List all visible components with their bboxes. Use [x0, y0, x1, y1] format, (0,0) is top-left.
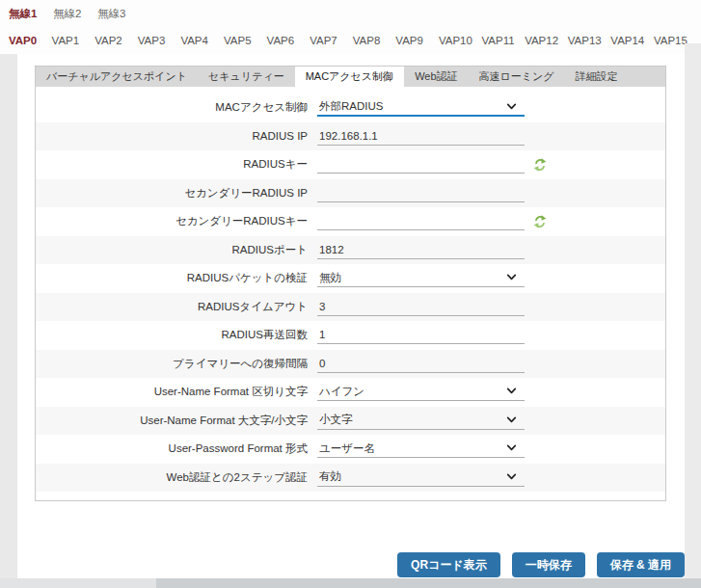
form-row: プライマリーへの復帰間隔 0: [36, 350, 665, 379]
settings-tab-2[interactable]: MACアクセス制御: [295, 67, 404, 87]
vap-tab-row: VAP0VAP1VAP2VAP3VAP4VAP5VAP6VAP7VAP8VAP9…: [0, 27, 701, 54]
settings-form: MACアクセス制御 外部RADIUS RADIUS IP 192.168.1.1: [36, 87, 665, 492]
field-label: RADIUSパケットの検証: [36, 271, 317, 285]
chevron-down-icon: [506, 269, 517, 286]
field-value: 1: [317, 329, 325, 340]
refresh-icon[interactable]: [533, 215, 547, 228]
field-value: 192.168.1.1: [317, 130, 378, 142]
settings-tab-bar: バーチャルアクセスポイントセキュリティーMACアクセス制御Web認証高速ローミン…: [36, 67, 665, 87]
form-row: RADIUSタイムアウト 3: [36, 293, 665, 322]
vap-tab-3[interactable]: VAP3: [138, 35, 181, 46]
field-value: ハイフン: [317, 385, 364, 399]
field-label: プライマリーへの復帰間隔: [36, 357, 317, 371]
wireless-tab-3[interactable]: 無線3: [97, 7, 142, 21]
chevron-down-icon: [506, 440, 517, 457]
horizontal-scrollbar[interactable]: [0, 578, 701, 588]
field-label: User-Name Format 区切り文字: [36, 385, 317, 399]
top-tabs-area: 無線1無線2無線3 VAP0VAP1VAP2VAP3VAP4VAP5VAP6VA…: [0, 0, 701, 54]
select-field[interactable]: 無効: [317, 269, 525, 287]
vap-tab-1[interactable]: VAP1: [52, 35, 95, 46]
text-field[interactable]: 192.168.1.1: [317, 127, 525, 146]
vap-tab-12[interactable]: VAP12: [525, 35, 568, 46]
action-button-bar: QRコード表示一時保存保存 & 適用: [397, 552, 685, 577]
field-label: RADIUS再送回数: [36, 328, 317, 342]
form-row: セカンダリーRADIUS IP: [36, 179, 665, 208]
field-label: MACアクセス制御: [36, 100, 317, 115]
settings-tab-3[interactable]: Web認証: [404, 67, 468, 87]
text-field[interactable]: [317, 155, 525, 174]
field-label: RADIUSポート: [36, 243, 317, 257]
field-label: セカンダリーRADIUS IP: [36, 186, 317, 200]
qr-code-button[interactable]: QRコード表示: [397, 552, 500, 577]
form-row: User-Name Format 区切り文字 ハイフン: [36, 378, 665, 407]
field-label: Web認証との2ステップ認証: [36, 470, 317, 485]
field-value: 小文字: [317, 413, 353, 427]
settings-tab-1[interactable]: セキュリティー: [198, 67, 295, 87]
vap-tab-14[interactable]: VAP14: [610, 35, 654, 46]
text-field[interactable]: 1812: [317, 241, 525, 259]
save-apply-button[interactable]: 保存 & 適用: [597, 552, 685, 577]
text-field[interactable]: 3: [317, 298, 525, 316]
field-label: User-Password Format 形式: [36, 441, 317, 456]
field-label: RADIUSキー: [36, 157, 317, 172]
vap-tab-13[interactable]: VAP13: [568, 35, 611, 46]
vap-tab-5[interactable]: VAP5: [224, 35, 267, 46]
wireless-tab-row: 無線1無線2無線3: [0, 0, 701, 27]
temp-save-button[interactable]: 一時保存: [512, 552, 585, 577]
form-row: セカンダリーRADIUSキー: [36, 207, 665, 236]
select-field[interactable]: 有効: [317, 468, 525, 487]
form-row: RADIUSポート 1812: [36, 236, 665, 265]
chevron-down-icon: [506, 383, 517, 400]
vap-tab-9[interactable]: VAP9: [395, 35, 439, 46]
form-row: RADIUS IP 192.168.1.1: [36, 122, 665, 151]
wireless-tab-2[interactable]: 無線2: [53, 7, 97, 21]
vap-tab-8[interactable]: VAP8: [353, 35, 396, 46]
form-row: Web認証との2ステップ認証 有効: [36, 464, 665, 493]
text-field[interactable]: [317, 184, 525, 202]
field-value: 0: [317, 358, 325, 369]
vap-tab-4[interactable]: VAP4: [180, 35, 224, 46]
field-label: RADIUS IP: [36, 130, 317, 142]
form-row: RADIUS再送回数 1: [36, 321, 665, 350]
settings-tab-0[interactable]: バーチャルアクセスポイント: [36, 67, 198, 87]
chevron-down-icon: [506, 412, 517, 429]
vap-tab-11[interactable]: VAP11: [482, 35, 526, 46]
vap-tab-10[interactable]: VAP10: [439, 35, 482, 46]
vap-tab-7[interactable]: VAP7: [310, 35, 353, 46]
content-card: バーチャルアクセスポイントセキュリティーMACアクセス制御Web認証高速ローミン…: [17, 54, 685, 588]
field-value: 有効: [317, 469, 341, 484]
form-row: User-Name Format 大文字/小文字 小文字: [36, 407, 665, 436]
settings-panel: バーチャルアクセスポイントセキュリティーMACアクセス制御Web認証高速ローミン…: [35, 66, 666, 501]
field-label: RADIUSタイムアウト: [36, 300, 317, 314]
select-field[interactable]: 外部RADIUS: [317, 98, 525, 117]
form-row: MACアクセス制御 外部RADIUS: [36, 94, 665, 122]
form-row: RADIUSキー: [36, 150, 665, 179]
wireless-tab-1[interactable]: 無線1: [9, 7, 53, 21]
vap-tab-0[interactable]: VAP0: [9, 35, 52, 46]
right-gutter: [685, 43, 701, 578]
form-row: User-Password Format 形式 ユーザー名: [36, 435, 665, 464]
text-field[interactable]: 1: [317, 326, 525, 344]
refresh-icon[interactable]: [533, 158, 547, 172]
settings-tab-5[interactable]: 詳細設定: [565, 67, 629, 87]
select-field[interactable]: ユーザー名: [317, 440, 525, 458]
field-value: 1812: [317, 244, 344, 255]
form-row: RADIUSパケットの検証 無効: [36, 264, 665, 293]
chevron-down-icon: [506, 98, 517, 116]
field-value: 無効: [317, 271, 341, 285]
vap-tab-2[interactable]: VAP2: [94, 35, 138, 46]
vap-tab-6[interactable]: VAP6: [267, 35, 310, 46]
select-field[interactable]: 小文字: [317, 412, 525, 430]
scrollbar-thumb[interactable]: [0, 578, 156, 588]
field-label: セカンダリーRADIUSキー: [36, 214, 317, 228]
field-value: 3: [317, 301, 325, 312]
field-value: 外部RADIUS: [317, 99, 383, 114]
text-field[interactable]: [317, 212, 525, 230]
select-field[interactable]: ハイフン: [317, 383, 525, 401]
settings-tab-4[interactable]: 高速ローミング: [469, 67, 565, 87]
text-field[interactable]: 0: [317, 355, 525, 373]
chevron-down-icon: [506, 468, 517, 486]
field-label: User-Name Format 大文字/小文字: [36, 414, 317, 428]
field-value: ユーザー名: [317, 441, 375, 456]
